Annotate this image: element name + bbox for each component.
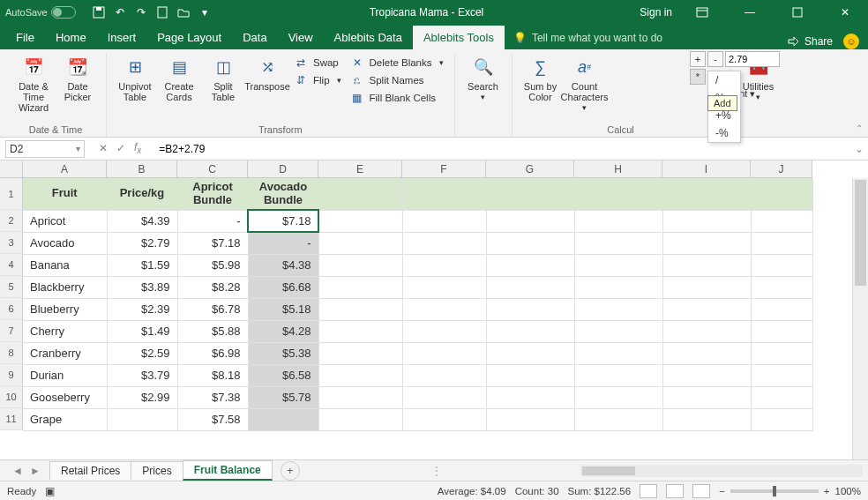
column-header[interactable]: D xyxy=(248,160,318,178)
enter-formula-icon[interactable]: ✓ xyxy=(116,142,125,154)
collapse-ribbon-icon[interactable]: ⌃ xyxy=(856,123,863,133)
header-cell[interactable] xyxy=(486,178,574,210)
row-header[interactable]: 1 xyxy=(0,178,23,210)
cell[interactable]: $5.38 xyxy=(248,342,318,364)
cell[interactable]: $6.58 xyxy=(248,364,318,386)
new-icon[interactable] xyxy=(153,4,171,21)
save-icon[interactable] xyxy=(90,4,108,21)
cell[interactable] xyxy=(662,210,751,232)
cell[interactable] xyxy=(318,276,402,298)
cell[interactable]: $6.98 xyxy=(177,342,248,364)
cell[interactable] xyxy=(751,210,812,232)
tab-file[interactable]: File xyxy=(5,26,45,49)
flip-button[interactable]: ⇵Flip▾ xyxy=(290,72,345,88)
cell[interactable] xyxy=(751,364,812,386)
cell[interactable] xyxy=(402,364,486,386)
cell[interactable]: $4.28 xyxy=(248,320,318,342)
cell[interactable] xyxy=(318,298,402,320)
date-picker-button[interactable]: 📆Date Picker xyxy=(56,53,99,102)
cell[interactable] xyxy=(574,298,662,320)
row-header[interactable]: 4 xyxy=(0,254,23,276)
row-header[interactable]: 3 xyxy=(0,232,23,254)
tab-split-icon[interactable]: ⋮ xyxy=(431,465,449,477)
autosave-toggle[interactable]: AutoSave xyxy=(5,6,76,19)
cell[interactable] xyxy=(574,386,662,408)
fill-blank-cells-button[interactable]: ▦Fill Blank Cells xyxy=(347,90,447,106)
view-page-layout-icon[interactable] xyxy=(666,484,684,498)
sheet-tab-retail-prices[interactable]: Retail Prices xyxy=(49,461,131,480)
cell[interactable] xyxy=(486,408,574,430)
cell[interactable] xyxy=(402,386,486,408)
scrollbar-thumb[interactable] xyxy=(855,180,866,286)
cell[interactable]: $3.79 xyxy=(107,364,177,386)
cell[interactable]: $2.79 xyxy=(107,232,177,254)
cell[interactable] xyxy=(248,408,318,430)
cell[interactable]: Apricot xyxy=(23,210,107,232)
sheet-tab-prices[interactable]: Prices xyxy=(131,461,183,480)
cell[interactable]: $2.59 xyxy=(107,342,177,364)
zoom-control[interactable]: − + 100% xyxy=(719,486,861,496)
cell[interactable]: Banana xyxy=(23,254,107,276)
cell[interactable] xyxy=(107,408,177,430)
tab-home[interactable]: Home xyxy=(45,26,97,49)
cell[interactable] xyxy=(662,276,751,298)
op-minus-percent[interactable]: -% xyxy=(708,124,740,142)
header-cell[interactable]: Fruit xyxy=(23,178,107,210)
column-header[interactable]: G xyxy=(486,160,574,178)
cell[interactable] xyxy=(751,254,812,276)
cell[interactable] xyxy=(402,254,486,276)
cell[interactable]: $4.38 xyxy=(248,254,318,276)
cell[interactable] xyxy=(486,320,574,342)
row-header[interactable]: 2 xyxy=(0,210,23,232)
qat-dropdown-icon[interactable]: ▾ xyxy=(196,4,213,21)
cell[interactable]: - xyxy=(248,232,318,254)
cell[interactable] xyxy=(662,386,751,408)
cell[interactable] xyxy=(662,364,751,386)
sign-in-link[interactable]: Sign in xyxy=(640,6,672,19)
column-header[interactable]: E xyxy=(318,160,402,178)
open-icon[interactable] xyxy=(175,4,192,21)
cell[interactable] xyxy=(318,342,402,364)
grid[interactable]: FruitPrice/kgApricot BundleAvocado Bundl… xyxy=(23,178,813,431)
zoom-out-icon[interactable]: − xyxy=(719,486,725,496)
cell[interactable] xyxy=(751,342,812,364)
header-cell[interactable]: Price/kg xyxy=(107,178,177,210)
cell[interactable] xyxy=(662,408,751,430)
cell[interactable]: $6.68 xyxy=(248,276,318,298)
header-cell[interactable] xyxy=(318,178,402,210)
cell[interactable]: Avocado xyxy=(23,232,107,254)
expand-formula-bar-icon[interactable]: ⌄ xyxy=(850,143,868,155)
cell[interactable]: $5.88 xyxy=(177,320,248,342)
create-cards-button[interactable]: ▤Create Cards xyxy=(158,53,200,102)
cell[interactable] xyxy=(662,254,751,276)
cell[interactable] xyxy=(318,320,402,342)
cell[interactable] xyxy=(486,232,574,254)
row-header[interactable]: 11 xyxy=(0,408,23,430)
cell[interactable] xyxy=(486,210,574,232)
calc-value-input[interactable] xyxy=(725,51,780,67)
cell[interactable] xyxy=(402,320,486,342)
cell[interactable] xyxy=(751,276,812,298)
cell[interactable]: $6.78 xyxy=(177,298,248,320)
share-button[interactable]: Share xyxy=(787,35,833,48)
view-page-break-icon[interactable] xyxy=(692,484,710,498)
cell[interactable]: $5.98 xyxy=(177,254,248,276)
cell[interactable] xyxy=(662,232,751,254)
cell[interactable]: - xyxy=(177,210,248,232)
row-header[interactable]: 10 xyxy=(0,386,23,408)
cell[interactable]: $4.39 xyxy=(107,210,177,232)
row-header[interactable]: 7 xyxy=(0,320,23,342)
sheet-tab-fruit-balance[interactable]: Fruit Balance xyxy=(183,460,273,481)
cell[interactable] xyxy=(402,408,486,430)
cell[interactable] xyxy=(751,232,812,254)
cell[interactable]: $3.89 xyxy=(107,276,177,298)
cell[interactable] xyxy=(574,320,662,342)
redo-icon[interactable]: ↷ xyxy=(132,4,150,21)
minimize-icon[interactable]: — xyxy=(732,0,767,25)
header-cell[interactable]: Avocado Bundle xyxy=(248,178,318,210)
header-cell[interactable] xyxy=(402,178,486,210)
tab-data[interactable]: Data xyxy=(232,26,277,49)
cell[interactable]: $1.49 xyxy=(107,320,177,342)
cell[interactable] xyxy=(318,232,402,254)
tab-ablebits-data[interactable]: Ablebits Data xyxy=(324,26,413,49)
